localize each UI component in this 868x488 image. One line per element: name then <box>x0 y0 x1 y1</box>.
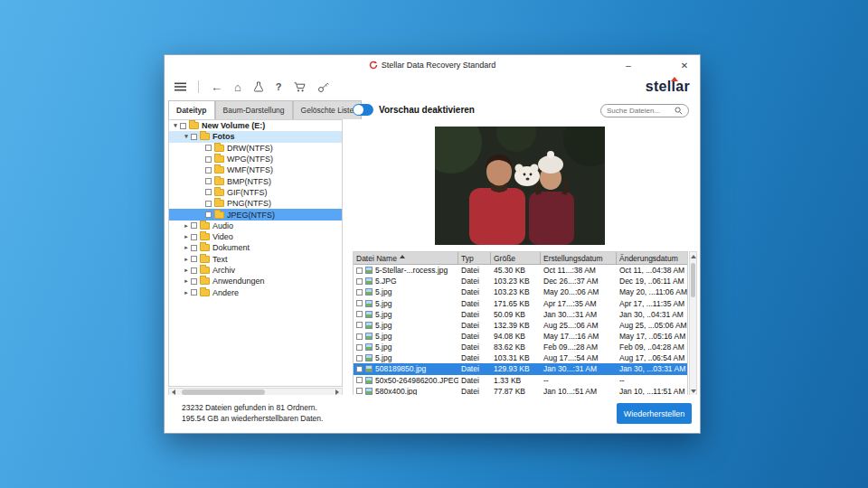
scrollbar-thumb[interactable] <box>691 263 695 297</box>
folder-tree: ▾ New Volume (E:) ▾ Fotos DRW(NTFS) WPG(… <box>168 119 343 387</box>
close-button[interactable]: ✕ <box>669 55 700 75</box>
row-checkbox[interactable] <box>356 344 363 351</box>
tab-dateityp[interactable]: Dateityp <box>168 100 215 119</box>
image-file-icon <box>365 267 373 274</box>
tree-item-fotos[interactable]: ▾ Fotos <box>169 131 342 142</box>
tree-item-text[interactable]: ▸ Text <box>169 254 342 265</box>
back-icon[interactable]: ← <box>211 81 222 93</box>
row-checkbox[interactable] <box>356 333 363 340</box>
row-checkbox[interactable] <box>356 278 363 285</box>
tree-item-andere[interactable]: ▸ Andere <box>169 286 342 297</box>
tree-item-video[interactable]: ▸ Video <box>169 231 342 242</box>
preview-toggle[interactable] <box>353 104 373 116</box>
tree-item-audio[interactable]: ▸ Audio <box>169 221 342 231</box>
tree-item-label: GIF(NTFS) <box>227 188 268 197</box>
column-header-modified[interactable]: Änderungsdatum <box>617 252 687 264</box>
checkbox[interactable] <box>205 145 212 151</box>
column-header-type[interactable]: Typ <box>458 252 491 264</box>
chevron-right-icon[interactable]: ▸ <box>182 256 191 263</box>
scroll-up-icon[interactable] <box>691 255 696 258</box>
table-row[interactable]: 5-Stellar-...rocess.jpg Datei45.30 KBOct… <box>354 265 687 276</box>
app-icon <box>369 61 378 70</box>
table-row[interactable]: 5.jpg Datei83.62 KBFeb 09...:28 AMFeb 09… <box>354 342 687 352</box>
checkbox[interactable] <box>191 134 197 140</box>
checkbox[interactable] <box>205 201 212 207</box>
table-row[interactable]: 5.jpg Datei132.39 KBAug 25...:06 AMAug 2… <box>354 320 687 331</box>
folder-icon <box>200 233 210 240</box>
tree-item-dokument[interactable]: ▸ Dokument <box>169 242 342 253</box>
row-checkbox[interactable] <box>356 289 363 296</box>
checkbox[interactable] <box>191 267 197 274</box>
column-header-size[interactable]: Größe <box>491 252 541 264</box>
status-bar: 23232 Dateien gefunden in 81 Ordnern. 19… <box>165 395 700 433</box>
recover-button[interactable]: Wiederherstellen <box>617 403 692 424</box>
tree-item-png[interactable]: PNG(NTFS) <box>169 198 342 209</box>
folder-icon <box>214 166 224 174</box>
row-checkbox[interactable] <box>356 366 363 372</box>
checkbox[interactable] <box>205 178 212 184</box>
table-row[interactable]: 5.jpg Datei171.65 KBApr 17...:35 AMApr 1… <box>354 297 687 308</box>
key-icon[interactable] <box>317 81 329 93</box>
row-checkbox[interactable] <box>356 300 363 306</box>
image-file-icon <box>365 343 373 351</box>
table-row[interactable]: 5.jpg Datei103.31 KBAug 17...:54 AMAug 1… <box>354 352 687 363</box>
checkbox[interactable] <box>205 167 212 174</box>
table-row[interactable]: 5.jpg Datei103.23 KBMay 20...:06 AMMay 2… <box>354 286 687 297</box>
chevron-right-icon[interactable]: ▸ <box>182 222 191 230</box>
folder-icon <box>214 200 224 207</box>
tab-geloeschte-liste[interactable]: Gelöschte Liste <box>293 100 363 119</box>
table-vertical-scrollbar[interactable] <box>689 251 697 397</box>
row-checkbox[interactable] <box>356 311 363 317</box>
tree-item-drw[interactable]: DRW(NTFS) <box>169 143 342 154</box>
checkbox[interactable] <box>191 245 197 251</box>
chevron-right-icon[interactable]: ▸ <box>182 244 191 251</box>
home-icon[interactable]: ⌂ <box>234 81 241 93</box>
help-icon[interactable]: ? <box>276 82 282 92</box>
chevron-down-icon[interactable]: ▾ <box>171 122 180 129</box>
checkbox[interactable] <box>205 211 212 218</box>
flask-icon[interactable] <box>253 81 264 92</box>
checkbox[interactable] <box>191 289 197 296</box>
table-row[interactable]: 5.jpg Datei50.09 KBJan 30...:31 AMJan 30… <box>354 309 687 320</box>
minimize-button[interactable]: – <box>613 55 644 75</box>
tree-item-wpg[interactable]: WPG(NTFS) <box>169 154 342 164</box>
row-checkbox[interactable] <box>356 267 363 274</box>
tree-item-gif[interactable]: GIF(NTFS) <box>169 187 342 198</box>
search-icon[interactable] <box>675 107 683 115</box>
tree-item-bmp[interactable]: BMP(NTFS) <box>169 175 342 186</box>
tree-item-jpeg-selected[interactable]: JPEG(NTFS) <box>169 209 342 220</box>
menu-icon[interactable] <box>175 82 186 91</box>
checkbox[interactable] <box>205 189 212 195</box>
row-checkbox[interactable] <box>356 322 363 328</box>
checkbox[interactable] <box>191 256 197 262</box>
checkbox[interactable] <box>191 234 197 240</box>
tree-item-anwendungen[interactable]: ▸ Anwendungen <box>169 276 342 286</box>
checkbox[interactable] <box>191 222 197 229</box>
chevron-right-icon[interactable]: ▸ <box>182 233 191 240</box>
row-checkbox[interactable] <box>356 388 363 394</box>
table-row[interactable]: 5.jpg Datei94.08 KBMay 17...:16 AMMay 17… <box>354 331 687 342</box>
tree-item-new-volume[interactable]: ▾ New Volume (E:) <box>169 120 342 131</box>
chevron-down-icon[interactable]: ▾ <box>182 133 191 140</box>
table-row[interactable]: 50x50-264986200.JPEG Datei1.33 KB---- <box>354 375 687 386</box>
table-row[interactable]: 5.JPG Datei103.23 KBDec 26...:37 AMDec 1… <box>354 276 687 286</box>
column-header-created[interactable]: Erstellungsdatum <box>541 252 617 264</box>
search-input[interactable] <box>607 107 675 115</box>
checkbox[interactable] <box>205 156 212 163</box>
column-header-name[interactable]: Datei Name <box>354 252 458 264</box>
cart-icon[interactable] <box>294 82 306 92</box>
row-checkbox[interactable] <box>356 355 363 361</box>
chevron-right-icon[interactable]: ▸ <box>182 267 191 274</box>
checkbox[interactable] <box>180 123 186 129</box>
tree-item-wmf[interactable]: WMF(NTFS) <box>169 164 342 175</box>
table-row-selected[interactable]: 508189850.jpg Datei129.93 KBJan 30...:31… <box>354 363 687 374</box>
scroll-down-icon[interactable] <box>691 389 696 393</box>
checkbox[interactable] <box>191 278 197 285</box>
row-checkbox[interactable] <box>356 377 363 383</box>
chevron-right-icon[interactable]: ▸ <box>182 289 191 296</box>
chevron-right-icon[interactable]: ▸ <box>182 277 191 285</box>
tree-item-archiv[interactable]: ▸ Archiv <box>169 265 342 276</box>
tab-baum-darstellung[interactable]: Baum-Darstellung <box>215 100 293 119</box>
folder-icon <box>214 155 224 163</box>
tree-item-label: Anwendungen <box>212 277 265 286</box>
